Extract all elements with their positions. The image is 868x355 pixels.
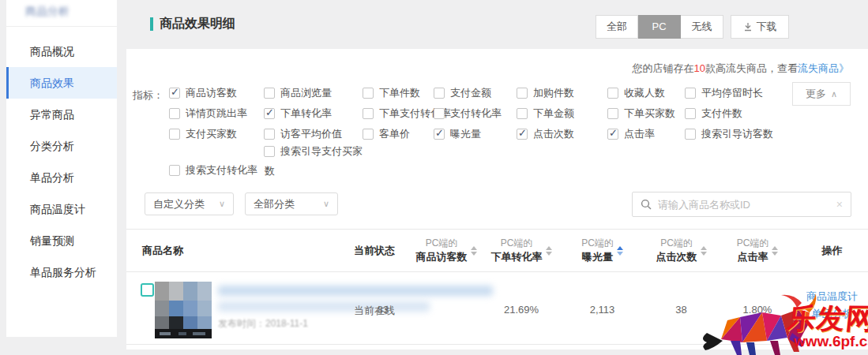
metric-checkbox-item[interactable]: 支付金额 <box>434 85 491 101</box>
metric-checkbox-item[interactable]: 下单金额 <box>517 106 574 121</box>
download-icon <box>743 22 753 32</box>
product-title-censored[interactable] <box>218 286 493 296</box>
metric-checkbox-item[interactable]: 平均停留时长 <box>685 85 763 101</box>
row-select-checkbox[interactable] <box>141 283 154 297</box>
column-header-order-conversion: PC端的下单转化率 <box>482 230 561 271</box>
metric-checkbox-item[interactable]: 下单件数 <box>363 85 420 101</box>
loss-products-link[interactable]: 流失商品》 <box>798 62 849 74</box>
metric-checkbox-item[interactable]: 曝光量 <box>434 126 481 142</box>
sidebar-item-single-product-analysis[interactable]: 单品分析 <box>6 162 117 193</box>
single-product-analysis-link[interactable]: 单品分析 <box>796 307 868 321</box>
sidebar-item-product-effect[interactable]: 商品效果 <box>6 67 117 99</box>
metric-checkbox-item[interactable]: 详情页跳出率 <box>169 106 247 121</box>
metrics-label: 指标： <box>133 88 163 103</box>
metric-checkbox-item[interactable]: 商品访客数 <box>169 85 237 101</box>
sidebar-item-product-overview[interactable]: 商品概况 <box>6 36 117 67</box>
metric-label: 点击次数 <box>533 127 574 141</box>
metric-label: 搜索支付转化率 <box>186 163 257 178</box>
chevron-down-icon: ∨ <box>323 199 329 209</box>
sidebar-item-single-product-service[interactable]: 单品服务分析 <box>6 256 117 288</box>
sidebar-item-label: 单品分析 <box>30 171 74 184</box>
metric-label: 客单价 <box>379 127 410 141</box>
metric-checkbox-item[interactable]: 客单价 <box>363 126 410 142</box>
metric-checkbox-item[interactable]: 下单转化率 <box>264 106 332 121</box>
sidebar-item-clipped[interactable]: 商品分析 <box>25 5 70 19</box>
sidebar-item-category-analysis[interactable]: 分类分析 <box>6 130 117 162</box>
metric-checkbox-item[interactable]: 支付转化率 <box>434 106 502 121</box>
metric-label: 详情页跳出率 <box>186 106 247 121</box>
checkbox-checked-icon <box>517 129 528 140</box>
sort-control[interactable]: PC端的下单转化率 <box>491 237 552 264</box>
sort-control[interactable]: PC端的点击次数 <box>656 237 707 264</box>
product-thumbnail-censored[interactable] <box>155 282 212 338</box>
metric-label-wrap: 数 <box>265 164 275 178</box>
sidebar-item-product-thermometer[interactable]: 商品温度计 <box>6 193 117 225</box>
clear-icon[interactable]: × <box>836 198 843 211</box>
sort-icon <box>471 246 477 256</box>
sidebar-item-label: 商品效果 <box>30 77 74 89</box>
sort-icon <box>772 246 778 256</box>
column-header-ctr: PC端的点击率 <box>719 230 796 271</box>
sidebar-item-sales-forecast[interactable]: 销量预测 <box>6 225 117 256</box>
product-thermometer-link[interactable]: 商品温度计 <box>796 290 868 304</box>
notice-count: 10 <box>694 62 705 74</box>
clicks-value: 38 <box>644 304 719 316</box>
checkbox-icon <box>363 129 374 140</box>
metric-label: 加购件数 <box>533 86 574 100</box>
custom-category-select[interactable]: 自定义分类 ∨ <box>145 192 234 215</box>
metric-label: 下单转化率 <box>280 106 332 121</box>
checkbox-icon <box>685 88 696 99</box>
publish-date: 发布时间：2018-11-1 <box>218 317 308 331</box>
checkbox-icon <box>363 88 374 99</box>
sort-control[interactable]: PC端的曝光量 <box>581 237 623 264</box>
metric-checkbox-item[interactable]: 加购件数 <box>517 85 574 101</box>
sidebar-item-label: 单品服务分析 <box>30 266 96 278</box>
download-label: 下载 <box>757 20 777 34</box>
sidebar-item-label: 商品概况 <box>30 45 74 58</box>
metric-checkbox-item[interactable]: 搜索支付转化率 <box>169 163 257 178</box>
select-value: 自定义分类 <box>153 197 205 211</box>
metric-checkbox-item[interactable]: 支付买家数 <box>169 126 237 142</box>
tab-pc[interactable]: PC <box>638 15 681 39</box>
all-category-select[interactable]: 全部分类 ∨ <box>245 192 338 215</box>
checkbox-icon <box>607 108 618 119</box>
column-header-actions: 操作 <box>796 230 868 271</box>
sort-control[interactable]: PC端的商品访客数 <box>416 237 477 264</box>
sort-icon <box>546 246 552 256</box>
metric-checkbox-item[interactable]: 搜索引导访客数 <box>685 126 773 142</box>
checkbox-icon <box>607 88 618 99</box>
checkbox-icon <box>264 146 275 157</box>
checkbox-icon <box>517 88 528 99</box>
sidebar-item-label: 商品温度计 <box>30 203 85 215</box>
metric-label: 搜索引导访客数 <box>701 127 773 141</box>
checkbox-icon <box>169 129 180 140</box>
metric-checkbox-item[interactable]: 点击率 <box>607 126 655 142</box>
visitors-value: 83 <box>348 304 419 316</box>
more-button[interactable]: 更多 ∧ <box>792 82 851 106</box>
metric-checkbox-item[interactable]: 点击次数 <box>517 126 574 142</box>
tab-all[interactable]: 全部 <box>596 15 638 39</box>
checkbox-icon <box>169 108 180 119</box>
metric-checkbox-item[interactable]: 访客平均价值 <box>264 126 342 142</box>
metric-label: 支付金额 <box>450 86 491 100</box>
metric-label: 收藏人数 <box>624 86 665 100</box>
column-header-status: 当前状态 <box>348 230 411 271</box>
metric-checkbox-item[interactable]: 商品浏览量 <box>264 85 332 101</box>
sort-control[interactable]: PC端的点击率 <box>737 237 779 264</box>
metric-checkbox-item[interactable]: 搜索引导支付买家 <box>264 144 363 159</box>
download-button[interactable]: 下载 <box>731 15 789 39</box>
checkbox-icon <box>434 88 445 99</box>
metric-label: 下单件数 <box>379 86 420 100</box>
metric-checkbox-item[interactable]: 收藏人数 <box>607 85 665 101</box>
search-input[interactable] <box>658 199 830 211</box>
chevron-up-icon: ∧ <box>831 89 837 99</box>
metric-checkbox-item[interactable]: 支付件数 <box>685 106 742 121</box>
metric-label: 搜索引导支付买家 <box>280 144 363 159</box>
impressions-value: 2,113 <box>561 304 644 316</box>
sidebar-item-abnormal-products[interactable]: 异常商品 <box>6 99 117 130</box>
metric-checkbox-item[interactable]: 下单买家数 <box>607 106 675 121</box>
metric-label: 商品浏览量 <box>280 86 332 100</box>
sidebar-divider <box>6 26 117 27</box>
column-header-clicks: PC端的点击次数 <box>644 230 719 271</box>
tab-wireless[interactable]: 无线 <box>681 15 723 39</box>
